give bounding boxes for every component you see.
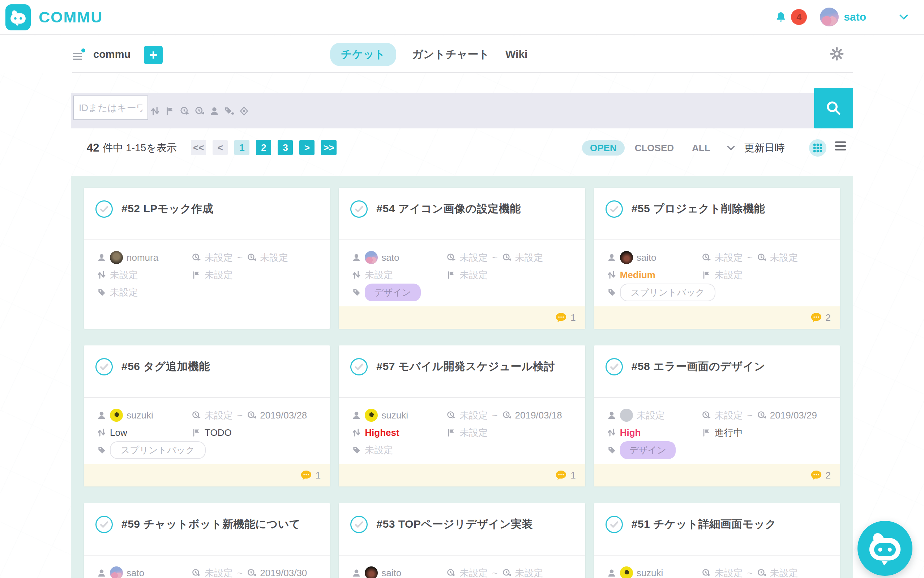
end-date-icon — [247, 411, 256, 420]
comment-icon — [555, 470, 567, 481]
pagination-next[interactable]: > — [299, 140, 314, 155]
status-flag-icon — [702, 270, 711, 279]
complete-checkbox[interactable] — [350, 200, 367, 218]
ticket-title: #54 アイコン画像の設定機能 — [376, 201, 521, 216]
card-header: #54 アイコン画像の設定機能 — [339, 188, 585, 240]
assignee-avatar — [620, 567, 633, 578]
nav-divider — [72, 72, 853, 73]
flag-icon[interactable] — [165, 106, 175, 116]
milestone-icon[interactable] — [239, 106, 249, 116]
comment-count: 1 — [316, 470, 320, 481]
ticket-card[interactable]: #56 タグ追加機能 suzuki 未設定 ~ 2019/03/28 — [84, 346, 330, 487]
filter-open[interactable]: OPEN — [582, 140, 625, 156]
ticket-card[interactable]: #57 モバイル開発スケジュール検討 suzuki 未設定 ~ 2019/03/… — [339, 346, 585, 487]
ticket-card[interactable]: #53 TOPページリデザイン実装 saito 未設定 ~ 未設定 — [339, 503, 585, 578]
ticket-card[interactable]: #52 LPモック作成 nomura 未設定 ~ 未設定 — [84, 188, 330, 329]
complete-checkbox[interactable] — [350, 516, 367, 533]
card-header: #52 LPモック作成 — [84, 188, 330, 240]
chevron-down-icon[interactable] — [900, 14, 908, 20]
end-date: 未設定 — [770, 567, 798, 578]
priority-icon — [352, 270, 361, 279]
ticket-card[interactable]: #55 プロジェクト削除機能 saito 未設定 ~ 未設定 — [594, 188, 840, 329]
ticket-card[interactable]: #59 チャットボット新機能について sato 未設定 ~ 2019/03/30 — [84, 503, 330, 578]
complete-checkbox[interactable] — [350, 358, 367, 375]
ticket-card[interactable]: #51 チケット詳細画面モック suzuki 未設定 ~ 未設定 — [594, 503, 840, 578]
check-icon — [99, 519, 110, 530]
card-header: #57 モバイル開発スケジュール検討 — [339, 346, 585, 398]
tab-wiki[interactable]: Wiki — [505, 48, 528, 60]
search-input[interactable] — [73, 96, 148, 120]
tag-icon — [97, 287, 106, 297]
pagination-prev[interactable]: < — [212, 140, 228, 155]
pagination-page-3[interactable]: 3 — [278, 140, 293, 155]
tab-gantt-chart[interactable]: ガントチャート — [412, 47, 489, 62]
sort-icon[interactable] — [150, 106, 160, 116]
search-panel — [71, 93, 853, 128]
start-date-icon — [192, 411, 201, 420]
priority-icon — [352, 428, 361, 437]
date-separator: ~ — [747, 568, 752, 578]
complete-checkbox[interactable] — [95, 200, 113, 218]
end-date-icon — [757, 411, 766, 420]
end-date-icon — [247, 568, 256, 578]
pagination-first[interactable]: << — [191, 140, 206, 155]
filter-closed[interactable]: CLOSED — [635, 143, 674, 154]
chatbot-button[interactable] — [858, 521, 913, 576]
list-view-icon[interactable] — [835, 141, 846, 152]
add-ticket-button[interactable]: + — [144, 46, 163, 64]
priority-icon — [607, 270, 617, 279]
complete-checkbox[interactable] — [95, 516, 113, 533]
hamburger-icon[interactable] — [73, 53, 82, 62]
date-separator: ~ — [492, 568, 497, 578]
pagination-last[interactable]: >> — [321, 140, 336, 155]
start-date: 未設定 — [205, 252, 233, 264]
ticket-title: #56 タグ追加機能 — [121, 359, 210, 374]
status-flag-icon — [447, 270, 456, 279]
complete-checkbox[interactable] — [95, 358, 113, 375]
pagination-page-1[interactable]: 1 — [234, 140, 249, 155]
tag-icon — [352, 287, 361, 297]
start-date-icon[interactable] — [180, 106, 190, 116]
card-meta: 未設定 未設定 ~ 2019/03/29 High 進行中 — [594, 398, 840, 459]
sort-by-label[interactable]: 更新日時 — [744, 141, 785, 155]
card-header: #53 TOPページリデザイン実装 — [339, 503, 585, 555]
pagination-page-2[interactable]: 2 — [256, 140, 271, 155]
comment-count: 1 — [570, 312, 576, 323]
user-avatar[interactable] — [820, 8, 839, 26]
ticket-card[interactable]: #54 アイコン画像の設定機能 sato 未設定 ~ 未設定 — [339, 188, 585, 329]
status-filters: OPEN CLOSED ALL 更新日時 — [582, 139, 785, 157]
status-value: 未設定 — [205, 269, 233, 281]
ticket-title: #58 エラー画面のデザイン — [631, 359, 765, 374]
end-date-icon — [502, 411, 511, 420]
card-header: #58 エラー画面のデザイン — [594, 346, 840, 398]
gear-icon[interactable] — [830, 47, 844, 61]
complete-checkbox[interactable] — [605, 200, 623, 218]
tag-icon — [352, 445, 361, 455]
tab-tickets[interactable]: チケット — [330, 43, 396, 66]
app-logo[interactable] — [5, 4, 31, 30]
chevron-down-icon[interactable] — [727, 145, 735, 151]
assignee-icon — [352, 411, 361, 420]
check-icon — [609, 519, 620, 530]
robot-icon — [8, 7, 29, 28]
tag-value: 未設定 — [365, 444, 393, 456]
assignee-icon — [352, 253, 361, 262]
complete-checkbox[interactable] — [605, 516, 623, 533]
card-meta: suzuki 未設定 ~ 2019/03/28 Low TODO — [84, 398, 330, 459]
assignee-icon[interactable] — [209, 106, 219, 116]
ticket-title: #55 プロジェクト削除機能 — [631, 201, 765, 216]
ticket-card[interactable]: #58 エラー画面のデザイン 未設定 未設定 ~ 2019/03/29 — [594, 346, 840, 487]
search-button[interactable] — [814, 88, 853, 128]
project-name[interactable]: commu — [93, 36, 131, 73]
add-tag-icon[interactable] — [224, 106, 234, 116]
filter-all[interactable]: ALL — [692, 143, 710, 154]
grid-view-icon[interactable] — [809, 139, 826, 157]
status-flag-icon — [192, 428, 201, 437]
priority-value: 未設定 — [365, 269, 393, 281]
complete-checkbox[interactable] — [605, 358, 623, 375]
bell-icon[interactable] — [775, 11, 786, 23]
user-name[interactable]: sato — [844, 11, 866, 23]
ticket-title: #59 チャットボット新機能について — [121, 517, 300, 532]
notification-count-badge[interactable]: 4 — [791, 9, 807, 25]
end-date-icon[interactable] — [194, 106, 205, 116]
